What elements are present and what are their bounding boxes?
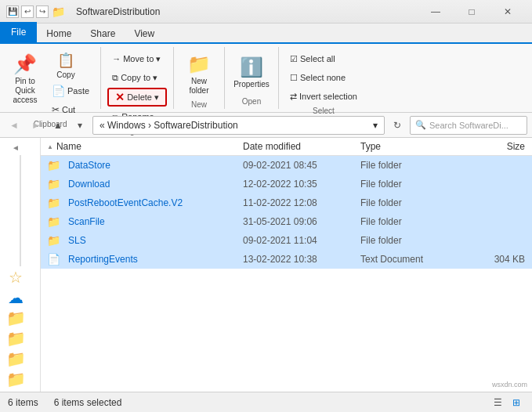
address-bar: ◄ ► ▲ ▾ « Windows › SoftwareDistribution… <box>0 113 532 138</box>
table-row[interactable]: 📁 SLS 09-02-2021 11:04 File folder <box>41 231 532 250</box>
doc-icon: 📄 <box>47 253 60 266</box>
paste-icon: 📄 <box>52 85 65 97</box>
tab-view[interactable]: View <box>125 25 164 42</box>
copy-to-button[interactable]: ⧉ Copy to ▾ <box>107 69 167 86</box>
search-icon: 🔍 <box>415 120 426 130</box>
folder-icon: 📁 <box>47 178 60 190</box>
open-label: Open <box>242 96 261 106</box>
invert-selection-button[interactable]: ⇄ Invert selection <box>285 88 362 105</box>
select-all-icon: ☑ <box>290 54 298 64</box>
properties-button[interactable]: ℹ️ Properties <box>231 50 272 94</box>
delete-icon: ✕ <box>115 91 125 103</box>
file-date: 09-02-2021 08:45 <box>243 160 360 171</box>
new-folder-icon: 📁 <box>187 53 211 75</box>
title-undo-icon[interactable]: ↩ <box>21 5 34 18</box>
up-button[interactable]: ▲ <box>49 116 67 135</box>
delete-label: Delete ▾ <box>127 92 159 103</box>
table-row[interactable]: 📁 Download 12-02-2022 10:35 File folder <box>41 175 532 193</box>
close-button[interactable]: ✕ <box>490 0 526 23</box>
forward-button[interactable]: ► <box>27 116 45 135</box>
select-none-button[interactable]: ☐ Select none <box>285 69 362 86</box>
ribbon-group-clipboard: 📌 Pin to Quickaccess 📋 Copy 📄 Paste ✂ Cu… <box>0 47 101 109</box>
pin-label: Pin to Quickaccess <box>8 77 42 105</box>
recent-button[interactable]: ▾ <box>71 116 89 135</box>
watermark: wsxdn.com <box>492 381 527 389</box>
tab-home[interactable]: Home <box>37 25 81 42</box>
pin-to-quick-access-button[interactable]: 📌 Pin to Quickaccess <box>6 50 44 108</box>
search-placeholder: Search SoftwareDi... <box>429 121 508 130</box>
title-redo-icon[interactable]: ↪ <box>36 5 49 18</box>
title-folder-icon: 📁 <box>52 5 65 18</box>
file-date: 09-02-2021 11:04 <box>243 235 360 246</box>
sidebar-item-folder3[interactable]: 📁 <box>2 349 30 368</box>
folder-icon: 📁 <box>47 215 60 228</box>
copy-button[interactable]: 📋 Copy <box>47 50 85 81</box>
table-row[interactable]: 📁 PostRebootEventCache.V2 11-02-2022 12:… <box>41 193 532 212</box>
list-view-button[interactable]: ⊞ <box>508 395 524 410</box>
table-row[interactable]: 📄 ReportingEvents 13-02-2022 10:38 Text … <box>41 250 532 269</box>
title-text: SoftwareDistribution <box>76 6 160 17</box>
details-view-button[interactable]: ☰ <box>490 395 505 410</box>
file-size: 304 KB <box>462 254 525 265</box>
cut-icon: ✂ <box>52 104 60 115</box>
new-label: New <box>191 99 207 109</box>
folder-icon: 📁 <box>47 197 60 209</box>
tab-share[interactable]: Share <box>81 25 125 42</box>
paste-label: Paste <box>67 86 89 96</box>
new-folder-button[interactable]: 📁 Newfolder <box>180 50 218 99</box>
file-type: File folder <box>360 179 462 190</box>
delete-button[interactable]: ✕ Delete ▾ <box>107 88 167 107</box>
header-date: Date modified <box>243 141 360 152</box>
file-type: Text Document <box>360 254 462 265</box>
copy-to-icon: ⧉ <box>112 73 118 83</box>
ribbon-group-new: 📁 Newfolder New <box>174 47 225 109</box>
paste-button[interactable]: 📄 Paste <box>47 82 94 99</box>
file-name: SLS <box>68 235 86 246</box>
file-date: 12-02-2022 10:35 <box>243 179 360 190</box>
move-label: Move to ▾ <box>123 54 161 64</box>
file-date: 11-02-2022 12:08 <box>243 197 360 208</box>
sidebar-item-folder1[interactable]: 📁 <box>2 309 30 327</box>
sidebar-item-folder2[interactable]: 📁 <box>2 329 30 348</box>
file-name: ReportingEvents <box>68 254 138 265</box>
file-name: ScanFile <box>68 216 105 227</box>
sidebar-item-quick-access[interactable]: ☆ <box>2 268 30 287</box>
file-area: ◄ ☆ ☁ 📁 📁 📁 📁 ▲ Name Date modified Type … <box>0 138 532 392</box>
file-type: File folder <box>360 160 462 171</box>
minimize-button[interactable]: — <box>418 0 454 23</box>
select-all-label: Select all <box>300 54 335 63</box>
folder-icon: 📁 <box>47 234 60 247</box>
file-name: PostRebootEventCache.V2 <box>68 197 183 208</box>
refresh-button[interactable]: ↻ <box>388 116 407 135</box>
file-name: Download <box>68 179 110 190</box>
file-type: File folder <box>360 235 462 246</box>
path-chevron: ▾ <box>373 120 378 131</box>
table-row[interactable]: 📁 ScanFile 31-05-2021 09:06 File folder <box>41 212 532 231</box>
status-bar: 6 items 6 items selected ☰ ⊞ <box>0 392 532 412</box>
ribbon-group-organize: → Move to ▾ ⧉ Copy to ▾ ✕ Delete ▾ ✏ Ren… <box>101 47 174 109</box>
ribbon-group-open: ℹ️ Properties Open <box>225 47 279 109</box>
sidebar-item-arrow: ◄ <box>2 141 30 154</box>
maximize-button[interactable]: □ <box>454 0 490 23</box>
properties-icon: ℹ️ <box>240 56 263 78</box>
sidebar: ◄ ☆ ☁ 📁 📁 📁 📁 <box>0 138 41 392</box>
file-name: DataStore <box>68 160 110 171</box>
file-date: 31-05-2021 09:06 <box>243 216 360 227</box>
tab-file[interactable]: File <box>0 22 37 42</box>
move-to-button[interactable]: → Move to ▾ <box>107 50 167 67</box>
sidebar-item-onedrive[interactable]: ☁ <box>2 288 30 307</box>
header-name: ▲ Name <box>47 141 243 152</box>
sidebar-item-folder4[interactable]: 📁 <box>2 370 30 389</box>
header-type: Type <box>360 141 462 152</box>
copy-label: Copy <box>56 70 74 79</box>
select-label: Select <box>313 105 335 115</box>
select-all-button[interactable]: ☑ Select all <box>285 50 362 67</box>
search-box[interactable]: 🔍 Search SoftwareDi... <box>410 116 527 135</box>
back-button[interactable]: ◄ <box>5 116 24 135</box>
file-list[interactable]: ▲ Name Date modified Type Size 📁 DataSto… <box>41 138 532 392</box>
path-text: « Windows › SoftwareDistribution <box>100 120 238 131</box>
table-row[interactable]: 📁 DataStore 09-02-2021 08:45 File folder <box>41 156 532 175</box>
cut-label: Cut <box>62 105 75 114</box>
title-save-icon[interactable]: 💾 <box>6 5 19 18</box>
address-path[interactable]: « Windows › SoftwareDistribution ▾ <box>92 116 385 135</box>
